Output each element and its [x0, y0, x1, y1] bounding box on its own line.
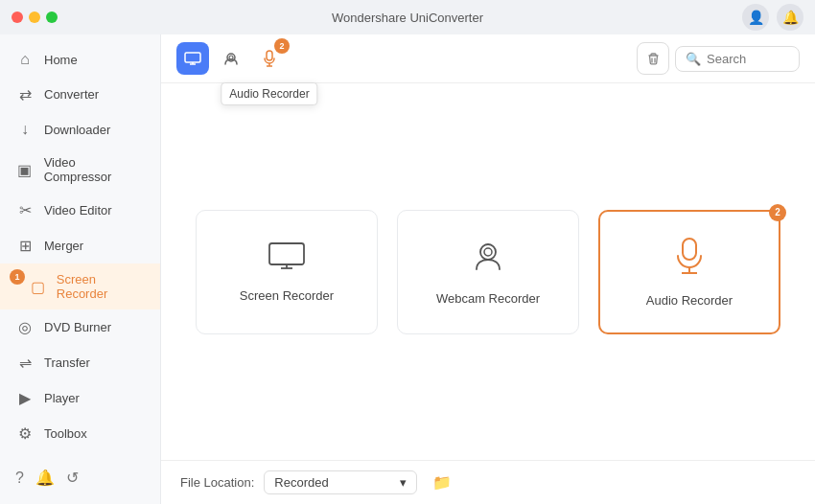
titlebar-icons: 👤 🔔	[742, 4, 803, 31]
webcam-recorder-label: Webcam Recorder	[436, 291, 540, 306]
maximize-button[interactable]	[46, 11, 58, 23]
recorder-cards: Screen Recorder Webcam Recorder 2	[161, 83, 815, 460]
file-location-select[interactable]: Recorded ▾	[264, 470, 417, 494]
search-input[interactable]	[707, 52, 789, 66]
audio-recorder-card-icon	[674, 237, 705, 282]
folder-icon[interactable]: 📁	[432, 473, 452, 492]
search-box[interactable]: 🔍	[675, 46, 800, 72]
sidebar-item-converter[interactable]: ⇄ Converter	[0, 77, 160, 112]
sidebar-item-label: Video Editor	[44, 203, 112, 218]
sidebar-item-label: Downloader	[44, 123, 110, 137]
file-location-bar: File Location: Recorded ▾ 📁	[161, 460, 815, 504]
sidebar-item-downloader[interactable]: ↓ Downloader	[0, 112, 160, 147]
sidebar-item-label: Merger	[44, 239, 83, 253]
chevron-down-icon: ▾	[400, 475, 407, 490]
sidebar-item-video-editor[interactable]: ✂ Video Editor	[0, 193, 160, 228]
sidebar-item-label: Home	[44, 53, 78, 67]
file-location-label: File Location:	[180, 475, 254, 490]
sidebar-item-label: Video Compressor	[44, 155, 145, 184]
webcam-recorder-card-icon	[471, 239, 505, 280]
sidebar-item-merger[interactable]: ⊞ Merger	[0, 228, 160, 263]
audio-recorder-card[interactable]: 2 Audio Recorder	[598, 210, 780, 334]
svg-rect-13	[683, 239, 696, 260]
audio-card-badge: 2	[769, 204, 786, 221]
screen-recorder-icon: ▢	[29, 278, 47, 296]
minimize-button[interactable]	[29, 11, 40, 23]
refresh-icon[interactable]: ↺	[66, 469, 79, 487]
sidebar-item-label: Screen Recorder	[57, 272, 145, 301]
toolbox-icon: ⚙	[15, 424, 35, 443]
webcam-recorder-card[interactable]: Webcam Recorder	[397, 210, 579, 334]
content-area: 2 Audio Recorder 🔍	[161, 34, 815, 504]
toolbar: 2 Audio Recorder 🔍	[161, 34, 815, 83]
audio-recorder-tooltip: Audio Recorder	[221, 82, 317, 105]
help-icon[interactable]: ?	[15, 470, 24, 487]
merger-icon: ⊞	[15, 237, 35, 255]
screen-recorder-tab[interactable]	[176, 42, 209, 75]
delete-button[interactable]	[637, 42, 669, 75]
audio-recorder-label: Audio Recorder	[646, 293, 733, 308]
transfer-icon: ⇌	[15, 354, 35, 372]
close-button[interactable]	[12, 11, 23, 23]
sidebar-item-label: Toolbox	[44, 426, 87, 441]
svg-point-12	[484, 248, 492, 256]
converter-icon: ⇄	[15, 85, 35, 103]
sidebar: ⌂ Home ⇄ Converter ↓ Downloader ▣ Video …	[0, 34, 161, 504]
sidebar-item-label: Transfer	[44, 355, 90, 370]
video-editor-icon: ✂	[15, 201, 35, 219]
titlebar: Wondershare UniConverter 👤 🔔	[0, 0, 815, 34]
video-compressor-icon: ▣	[15, 161, 35, 179]
file-location-value: Recorded	[274, 475, 328, 490]
sidebar-item-video-compressor[interactable]: ▣ Video Compressor	[0, 147, 160, 193]
user-icon[interactable]: 👤	[742, 4, 769, 31]
sidebar-bottom: ? 🔔 ↺	[0, 459, 160, 496]
app-title: Wondershare UniConverter	[332, 11, 483, 25]
home-icon: ⌂	[15, 51, 35, 68]
sidebar-item-player[interactable]: ▶ Player	[0, 380, 160, 416]
downloader-icon: ↓	[15, 121, 35, 138]
svg-point-11	[480, 244, 496, 260]
svg-rect-0	[185, 53, 200, 62]
audio-tab-badge: 2	[274, 38, 290, 54]
screen-recorder-label: Screen Recorder	[240, 288, 334, 303]
svg-rect-5	[267, 51, 272, 60]
window-controls[interactable]	[12, 11, 58, 23]
screen-recorder-card[interactable]: Screen Recorder	[196, 210, 378, 334]
dvd-burner-icon: ◎	[15, 318, 35, 336]
svg-rect-8	[269, 243, 304, 264]
sidebar-item-dvd-burner[interactable]: ◎ DVD Burner	[0, 309, 160, 345]
search-icon: 🔍	[686, 52, 701, 66]
main-layout: ⌂ Home ⇄ Converter ↓ Downloader ▣ Video …	[0, 34, 815, 504]
sidebar-item-label: Converter	[44, 87, 99, 102]
webcam-recorder-tab[interactable]	[215, 42, 247, 75]
sidebar-item-toolbox[interactable]: ⚙ Toolbox	[0, 416, 160, 451]
sidebar-item-label: DVD Burner	[44, 320, 111, 334]
sidebar-item-screen-recorder[interactable]: 1 ▢ Screen Recorder	[0, 263, 160, 309]
notifications-icon[interactable]: 🔔	[777, 4, 803, 31]
sidebar-item-transfer[interactable]: ⇌ Transfer	[0, 345, 160, 380]
bell-icon[interactable]: 🔔	[35, 469, 55, 487]
sidebar-item-home[interactable]: ⌂ Home	[0, 42, 160, 77]
sidebar-item-label: Player	[44, 391, 80, 405]
player-icon: ▶	[15, 389, 35, 407]
screen-recorder-card-icon	[268, 241, 306, 277]
audio-recorder-tab[interactable]: 2 Audio Recorder	[253, 42, 286, 75]
sidebar-badge: 1	[10, 269, 25, 285]
